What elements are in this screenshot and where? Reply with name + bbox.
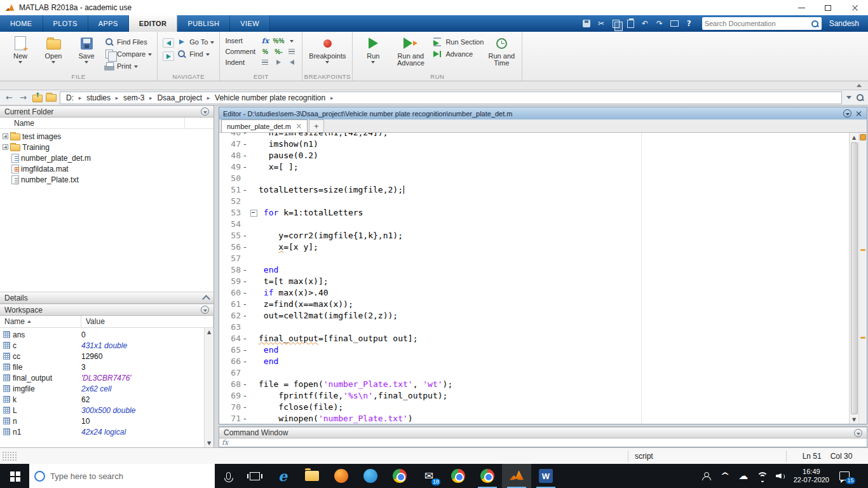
code-line[interactable]: 64-final_output=[final_output out];: [219, 333, 848, 344]
code-line[interactable]: 47- imshow(n1): [219, 139, 848, 150]
taskbar-app-matlab[interactable]: [502, 464, 531, 488]
ribbon-tab-publish[interactable]: PUBLISH: [177, 15, 230, 32]
code-line[interactable]: 68-file = fopen('number_Plate.txt', 'wt'…: [219, 379, 848, 390]
scrollbar-thumb[interactable]: [851, 142, 858, 414]
workspace-variable-row[interactable]: cc12960: [0, 351, 214, 362]
search-documentation-input[interactable]: [705, 20, 811, 27]
redo-icon[interactable]: [653, 18, 667, 30]
workspace-variable-row[interactable]: n10: [0, 416, 214, 426]
code-line[interactable]: 51-totalLetters=size(imgfile,2);: [219, 184, 848, 196]
code-line[interactable]: 50: [219, 173, 848, 184]
warning-tick-icon[interactable]: [860, 249, 865, 251]
run-section-button[interactable]: Run Section: [433, 37, 484, 46]
copy-icon[interactable]: [609, 18, 623, 30]
open-button[interactable]: Open: [38, 34, 69, 64]
ribbon-tab-view[interactable]: VIEW: [230, 15, 270, 32]
insert-fx-button[interactable]: fx: [260, 36, 270, 45]
taskbar-app-word[interactable]: [531, 464, 560, 488]
ribbon-tab-home[interactable]: HOME: [0, 15, 43, 32]
file-item[interactable]: Training: [0, 142, 214, 152]
new-button[interactable]: New: [5, 34, 36, 64]
workspace-variable-row[interactable]: n142x24 logical: [0, 426, 214, 437]
ribbon-tab-plots[interactable]: PLOTS: [43, 15, 88, 32]
insert-section-button[interactable]: %%: [273, 36, 283, 45]
close-tab-icon[interactable]: [296, 123, 302, 129]
code-line[interactable]: 53 for k=1:totalLetters: [219, 207, 848, 219]
save-button[interactable]: Save: [71, 34, 102, 64]
save-icon[interactable]: [580, 18, 593, 30]
smart-indent-button[interactable]: [260, 58, 270, 67]
editor-scrollbar[interactable]: ▲ ▼: [849, 133, 858, 424]
cut-icon[interactable]: [595, 18, 608, 30]
breadcrumb-segment[interactable]: D:: [64, 93, 76, 102]
breadcrumb[interactable]: D:studiessem-3Dsaa_projectVehicle number…: [60, 92, 842, 104]
onedrive-button[interactable]: [738, 471, 749, 481]
workspace-variable-row[interactable]: c431x1 double: [0, 340, 214, 351]
scroll-up-icon[interactable]: ▲: [850, 133, 858, 142]
code-line[interactable]: 69- fprintf(file,'%s\n',final_output);: [219, 390, 848, 402]
breadcrumb-segment[interactable]: Dsaa_project: [155, 93, 204, 102]
navigate-back-button[interactable]: [163, 38, 174, 48]
resize-grip[interactable]: [2, 451, 17, 461]
paste-icon[interactable]: [624, 18, 637, 30]
editor-title-bar[interactable]: Editor - D:\studies\sem-3\Dsaa_project\V…: [219, 107, 867, 119]
comment-button[interactable]: %: [260, 47, 270, 56]
editor-tab[interactable]: number_plate_det.m: [221, 119, 308, 132]
file-item[interactable]: test images: [0, 131, 214, 142]
taskbar-app-firefox[interactable]: [327, 464, 356, 488]
code-line[interactable]: 66- end: [219, 356, 848, 367]
run-and-time-button[interactable]: Run and Time: [486, 34, 517, 67]
command-window-content[interactable]: fx: [219, 438, 867, 447]
current-folder-header[interactable]: Current Folder: [0, 105, 214, 118]
breadcrumb-segment[interactable]: studies: [85, 93, 112, 102]
code-line[interactable]: 62- out=cell2mat(imgfile(2,z));: [219, 310, 848, 322]
ribbon-tab-editor[interactable]: EDITOR: [129, 15, 178, 32]
back-icon[interactable]: [4, 92, 15, 103]
clock[interactable]: 16:49 22-07-2020: [794, 468, 829, 484]
scroll-down-icon[interactable]: ▼: [207, 440, 211, 446]
workspace-value-column[interactable]: Value: [81, 316, 214, 327]
taskbar-search-box[interactable]: [29, 464, 215, 488]
print-button[interactable]: Print: [104, 62, 152, 71]
panel-menu-icon[interactable]: [201, 306, 209, 314]
network-button[interactable]: [757, 471, 767, 481]
start-button[interactable]: [0, 464, 29, 488]
editor-close-icon[interactable]: [855, 110, 863, 118]
code-line[interactable]: 52: [219, 196, 848, 207]
taskbar-app-chrome[interactable]: [385, 464, 414, 488]
volume-button[interactable]: [775, 471, 785, 481]
code-line[interactable]: 49- x=[ ];: [219, 161, 848, 173]
taskbar-app-chrome-active[interactable]: [473, 464, 502, 488]
taskbar-app-chrome-profile[interactable]: [444, 464, 473, 488]
advance-button[interactable]: Advance: [433, 50, 484, 58]
workspace-variable-row[interactable]: file3: [0, 362, 214, 372]
taskbar-app-edge[interactable]: [268, 464, 297, 488]
show-hidden-icons-button[interactable]: [720, 471, 730, 481]
go-to-button[interactable]: Go To: [177, 37, 214, 46]
compare-button[interactable]: Compare: [104, 50, 152, 58]
find-button[interactable]: Find: [177, 50, 214, 58]
warning-summary-icon[interactable]: [860, 134, 866, 140]
insert-menu-button[interactable]: [287, 36, 297, 45]
code-line[interactable]: 56- x=[x y];: [219, 241, 848, 253]
editor-menu-icon[interactable]: [843, 109, 851, 118]
code-editor[interactable]: 46- n1=imresize(n1,[42,24]);47- imshow(n…: [219, 133, 867, 424]
name-column-header[interactable]: Name: [0, 118, 214, 129]
close-button[interactable]: [841, 0, 868, 15]
code-line[interactable]: 58- end: [219, 264, 848, 276]
code-line[interactable]: 60- if max(x)>.40: [219, 287, 848, 299]
breadcrumb-segment[interactable]: Vehicle number plate recognition: [213, 93, 327, 102]
workspace-header[interactable]: Workspace: [0, 304, 214, 316]
indent-left-button[interactable]: [287, 58, 297, 67]
workspace-variable-row[interactable]: L300x500 double: [0, 405, 214, 416]
code-line[interactable]: 57: [219, 253, 848, 264]
file-item[interactable]: imgfildata.mat: [0, 163, 214, 174]
details-header[interactable]: Details: [0, 292, 214, 304]
workspace-variable-row[interactable]: final_output'DL3CBR7476': [0, 372, 214, 383]
path-dropdown-icon[interactable]: [846, 96, 851, 99]
taskbar-app-skype[interactable]: [356, 464, 385, 488]
indent-right-button[interactable]: [273, 58, 283, 67]
run-and-advance-button[interactable]: Run and Advance: [391, 34, 430, 67]
wrap-comments-button[interactable]: [287, 47, 297, 56]
search-icon[interactable]: [811, 20, 819, 28]
